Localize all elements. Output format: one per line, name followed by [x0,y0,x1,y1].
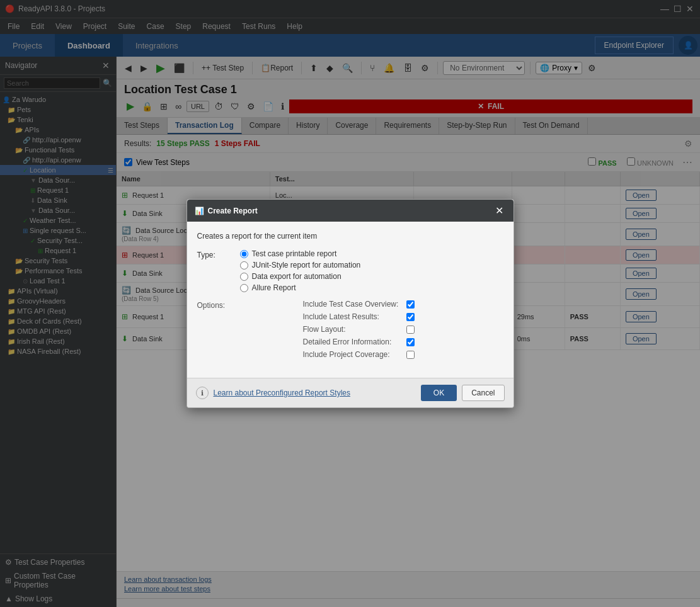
preconfigured-link[interactable]: Learn about Preconfigured Report Styles [214,389,350,397]
modal-body: Creates a report for the current item Ty… [187,222,514,378]
modal-description: Creates a report for the current item [197,232,503,241]
radio-junit-label: JUnit-Style report for automation [252,261,361,269]
radio-data-export-label: Data export for automation [252,272,341,281]
flow-layout-checkbox[interactable] [406,326,415,334]
footer-left: ℹ Learn about Preconfigured Report Style… [196,387,350,399]
radio-junit[interactable]: JUnit-Style report for automation [240,261,361,269]
radio-allure[interactable]: Allure Report [240,283,361,292]
modal-title: 📊 Create Report [195,207,258,215]
include-overview-checkbox[interactable] [406,300,415,309]
modal-footer: ℹ Learn about Preconfigured Report Style… [187,378,514,407]
options-label: Options: [197,300,298,310]
modal-icon: 📊 [195,207,204,215]
ok-button[interactable]: OK [421,385,457,401]
cancel-button[interactable]: Cancel [462,385,504,401]
radio-tc-printable-label: Test case printable report [252,249,337,258]
radio-data-export-input[interactable] [240,273,248,281]
options-row: Options: Include Test Case Overview: Inc… [197,300,503,363]
info-icon[interactable]: ℹ [196,387,209,399]
include-latest-checkbox[interactable] [406,313,415,321]
detailed-error-checkbox[interactable] [406,338,415,346]
option-flow-layout: Flow Layout: [303,325,415,334]
radio-allure-label: Allure Report [252,283,296,292]
create-report-modal: 📊 Create Report ✕ Creates a report for t… [186,199,514,408]
radio-data-export[interactable]: Data export for automation [240,272,361,281]
modal-close-button[interactable]: ✕ [493,205,506,217]
option-include-latest: Include Latest Results: [303,312,415,321]
radio-allure-input[interactable] [240,284,248,292]
radio-junit-input[interactable] [240,261,248,269]
option-detailed-error: Detailed Error Information: [303,338,415,346]
modal-header: 📊 Create Report ✕ [187,200,514,222]
option-include-coverage: Include Project Coverage: [303,350,415,359]
type-label: Type: [197,249,235,259]
options-list: Include Test Case Overview: Include Late… [303,300,415,363]
option-include-overview: Include Test Case Overview: [303,300,415,309]
include-coverage-checkbox[interactable] [406,351,415,359]
modal-overlay: 📊 Create Report ✕ Creates a report for t… [0,0,700,607]
radio-tc-printable-input[interactable] [240,250,248,258]
type-options: Test case printable report JUnit-Style r… [240,249,361,292]
radio-tc-printable[interactable]: Test case printable report [240,249,361,258]
modal-buttons: OK Cancel [421,385,505,401]
type-row: Type: Test case printable report JUnit-S… [197,249,503,292]
